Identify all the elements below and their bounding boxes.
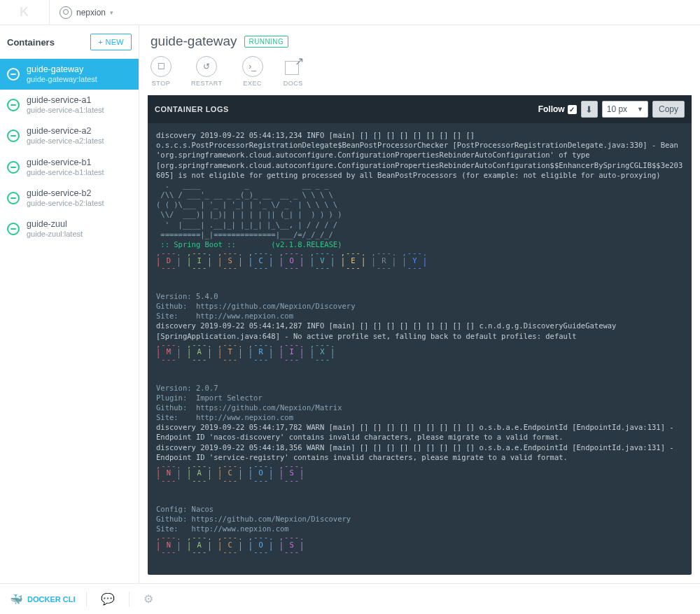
- bottom-bar: 🐳 DOCKER CLI 💬 ⚙: [0, 583, 700, 614]
- chat-icon[interactable]: 💬: [98, 592, 118, 606]
- gear-icon[interactable]: ⚙: [141, 592, 156, 606]
- avatar-icon: [59, 6, 72, 19]
- sidebar-item-guide-gateway[interactable]: guide-gateway guide-gateway:latest: [0, 59, 139, 90]
- logs-panel: CONTAINER LOGS Follow ✓ ⬇ 10 px ▼ Copy d…: [148, 95, 692, 575]
- container-image: guide-service-b1:latest: [27, 168, 104, 177]
- container-status-icon: [7, 99, 20, 111]
- docs-button[interactable]: DOCS: [283, 56, 304, 87]
- container-name: guide-service-b2: [27, 188, 104, 199]
- sidebar-item-guide-zuul[interactable]: guide-zuul guide-zuul:latest: [0, 214, 139, 244]
- exec-icon: ›_: [242, 56, 263, 77]
- restart-button[interactable]: ↺ RESTART: [191, 56, 223, 87]
- container-list: guide-gateway guide-gateway:latest guide…: [0, 59, 139, 583]
- panel-title: CONTAINER LOGS: [155, 105, 229, 113]
- container-name: guide-service-a1: [27, 95, 104, 106]
- container-status-icon: [7, 130, 20, 142]
- container-image: guide-service-a2:latest: [27, 137, 104, 146]
- user-name: nepxion: [76, 8, 106, 18]
- sidebar-title: Containers: [7, 37, 55, 48]
- container-name: guide-service-b1: [27, 158, 104, 168]
- docker-cli-button[interactable]: 🐳 DOCKER CLI: [10, 593, 75, 606]
- docker-icon: 🐳: [10, 593, 23, 606]
- container-image: guide-zuul:latest: [27, 230, 83, 239]
- sidebar: Containers + NEW guide-gateway guide-gat…: [0, 25, 139, 583]
- exec-button[interactable]: ›_ EXEC: [242, 56, 263, 87]
- restart-icon: ↺: [196, 56, 217, 77]
- new-container-button[interactable]: + NEW: [90, 34, 132, 50]
- status-badge: RUNNING: [244, 36, 288, 48]
- stop-button[interactable]: ☐ STOP: [150, 56, 172, 87]
- user-menu[interactable]: nepxion ▾: [49, 0, 123, 25]
- brand-logo: K: [0, 0, 49, 25]
- page-title: guide-gateway: [150, 34, 237, 49]
- sidebar-item-guide-service-b1[interactable]: guide-service-b1 guide-service-b1:latest: [0, 152, 139, 183]
- container-name: guide-service-a2: [27, 126, 104, 137]
- container-image: guide-gateway:latest: [27, 75, 97, 84]
- stop-icon: ☐: [150, 56, 172, 77]
- container-name: guide-zuul: [27, 219, 83, 230]
- chevron-down-icon: ▾: [110, 9, 113, 16]
- container-status-icon: [7, 161, 20, 174]
- check-icon: ✓: [568, 105, 577, 114]
- download-button[interactable]: ⬇: [581, 101, 598, 118]
- container-status-icon: [7, 68, 20, 81]
- main: guide-gateway RUNNING ☐ STOP ↺ RESTART ›…: [139, 25, 700, 583]
- container-status-icon: [7, 192, 20, 204]
- container-name: guide-gateway: [27, 64, 97, 75]
- container-image: guide-service-a1:latest: [27, 106, 104, 115]
- follow-toggle[interactable]: Follow ✓: [538, 104, 577, 114]
- external-link-icon: [283, 56, 304, 77]
- container-image: guide-service-b2:latest: [27, 199, 104, 208]
- log-output[interactable]: discovery 2019-09-22 05:44:13,234 INFO […: [148, 123, 692, 575]
- sidebar-item-guide-service-a1[interactable]: guide-service-a1 guide-service-a1:latest: [0, 90, 139, 120]
- fontsize-select[interactable]: 10 px ▼: [602, 101, 648, 118]
- sidebar-item-guide-service-a2[interactable]: guide-service-a2 guide-service-a2:latest: [0, 120, 139, 151]
- copy-button[interactable]: Copy: [652, 101, 685, 118]
- chevron-down-icon: ▼: [637, 106, 643, 113]
- sidebar-item-guide-service-b2[interactable]: guide-service-b2 guide-service-b2:latest: [0, 183, 139, 214]
- container-status-icon: [7, 223, 20, 235]
